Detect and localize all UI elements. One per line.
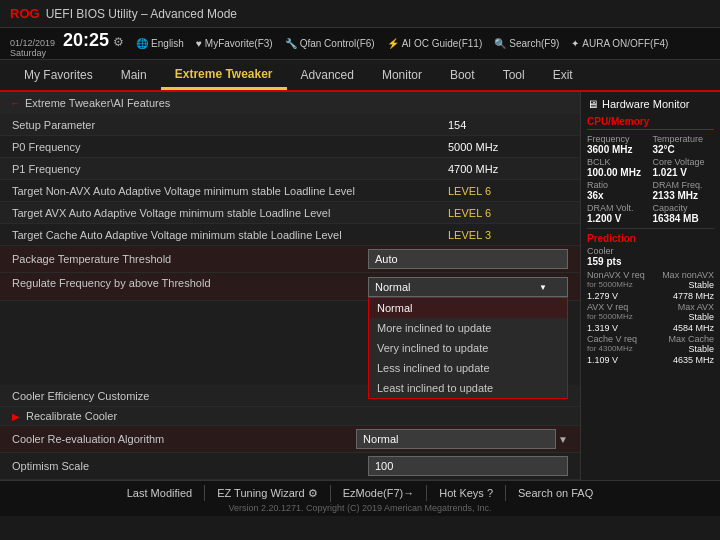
- aura-btn[interactable]: ✦ AURA ON/OFF(F4): [571, 38, 668, 49]
- gear-symbol: ⚙: [113, 35, 124, 49]
- ez-mode-btn[interactable]: EzMode(F7)→: [331, 485, 428, 501]
- main-layout: ← Extreme Tweaker\AI Features Setup Para…: [0, 92, 720, 480]
- hw-monitor-title: 🖥 Hardware Monitor: [587, 98, 714, 110]
- monitor-icon: 🖥: [587, 98, 598, 110]
- rog-logo: ROG: [10, 6, 40, 21]
- aura-icon: ✦: [571, 38, 579, 49]
- qfan-control-btn[interactable]: 🔧 Qfan Control(F6): [285, 38, 375, 49]
- cpu-memory-title: CPU/Memory: [587, 116, 714, 130]
- regulate-dropdown-btn[interactable]: Normal ▼: [368, 277, 568, 297]
- search-icon: 🔍: [494, 38, 506, 49]
- temperature-stat: Temperature 32°C: [653, 134, 715, 155]
- settings-table: Setup Parameter 154 P0 Frequency 5000 MH…: [0, 114, 580, 480]
- date-display: 01/12/2019 Saturday: [10, 38, 55, 58]
- tab-exit[interactable]: Exit: [539, 62, 587, 88]
- prediction-title: Prediction: [587, 233, 714, 244]
- table-row: Target Cache Auto Adaptive Voltage minim…: [0, 224, 580, 246]
- tab-boot[interactable]: Boot: [436, 62, 489, 88]
- my-favorite-btn[interactable]: ♥ MyFavorite(F3): [196, 38, 273, 49]
- select-arrow-icon: ▼: [558, 434, 568, 445]
- table-row: Target Non-AVX Auto Adaptive Voltage min…: [0, 180, 580, 202]
- tab-main[interactable]: Main: [107, 62, 161, 88]
- recalibrate-row[interactable]: ▶ Recalibrate Cooler: [0, 407, 580, 426]
- language-selector[interactable]: 🌐 English: [136, 38, 184, 49]
- tab-advanced[interactable]: Advanced: [287, 62, 368, 88]
- divider: [587, 228, 714, 229]
- last-modified-btn[interactable]: Last Modified: [115, 485, 205, 501]
- table-row: P0 Frequency 5000 MHz: [0, 136, 580, 158]
- cpu-stats-grid: Frequency 3600 MHz Temperature 32°C BCLK…: [587, 134, 714, 224]
- globe-icon: 🌐: [136, 38, 148, 49]
- regulate-dropdown-container: Normal ▼ Normal More inclined to update …: [368, 277, 568, 297]
- title-bar: ROG UEFI BIOS Utility – Advanced Mode: [0, 0, 720, 28]
- ez-tuning-wizard-btn[interactable]: EZ Tuning Wizard ⚙: [205, 485, 330, 502]
- tab-monitor[interactable]: Monitor: [368, 62, 436, 88]
- table-row: Setup Parameter 154: [0, 114, 580, 136]
- expand-icon: ▶: [12, 411, 20, 422]
- cooler-algorithm-input[interactable]: [356, 429, 556, 449]
- dropdown-option-normal[interactable]: Normal: [369, 298, 567, 318]
- dropdown-option-more[interactable]: More inclined to update: [369, 318, 567, 338]
- back-arrow-icon[interactable]: ←: [10, 97, 21, 109]
- cooler-algorithm-container: ▼: [356, 429, 568, 449]
- package-temp-input[interactable]: [368, 249, 568, 269]
- capacity-stat: Capacity 16384 MB: [653, 203, 715, 224]
- regulate-frequency-row: Regulate Frequency by above Threshold No…: [0, 273, 580, 301]
- cooler-algorithm-row: Cooler Re-evaluation Algorithm ▼: [0, 426, 580, 453]
- search-btn[interactable]: 🔍 Search(F9): [494, 38, 559, 49]
- table-row: P1 Frequency 4700 MHz: [0, 158, 580, 180]
- ratio-stat: Ratio 36x: [587, 180, 649, 201]
- table-row: Target AVX Auto Adaptive Voltage minimum…: [0, 202, 580, 224]
- frequency-stat: Frequency 3600 MHz: [587, 134, 649, 155]
- search-faq-btn[interactable]: Search on FAQ: [506, 485, 605, 501]
- optimism-scale-row: Optimism Scale: [0, 453, 580, 480]
- heart-icon: ♥: [196, 38, 202, 49]
- bclk-stat: BCLK 100.00 MHz: [587, 157, 649, 178]
- hardware-monitor-panel: 🖥 Hardware Monitor CPU/Memory Frequency …: [580, 92, 720, 480]
- footer: Last Modified EZ Tuning Wizard ⚙ EzMode(…: [0, 480, 720, 516]
- dropdown-option-very[interactable]: Very inclined to update: [369, 338, 567, 358]
- dropdown-arrow-icon: ▼: [539, 283, 547, 292]
- time-display: 20:25: [63, 30, 109, 51]
- lightning-icon: ⚡: [387, 38, 399, 49]
- cooler-stat: Cooler 159 pts: [587, 246, 714, 267]
- regulate-dropdown-list: Normal More inclined to update Very incl…: [368, 297, 568, 399]
- dram-volt-stat: DRAM Volt. 1.200 V: [587, 203, 649, 224]
- hot-keys-btn[interactable]: Hot Keys ?: [427, 485, 506, 501]
- optimism-scale-input[interactable]: [368, 456, 568, 476]
- dropdown-option-least[interactable]: Least inclined to update: [369, 378, 567, 398]
- tab-tool[interactable]: Tool: [489, 62, 539, 88]
- tab-extreme-tweaker[interactable]: Extreme Tweaker: [161, 61, 287, 90]
- copyright-text: Version 2.20.1271. Copyright (C) 2019 Am…: [228, 503, 491, 513]
- footer-items: Last Modified EZ Tuning Wizard ⚙ EzMode(…: [115, 485, 605, 502]
- table-row: Package Temperature Threshold: [0, 246, 580, 273]
- fan-icon: 🔧: [285, 38, 297, 49]
- dram-freq-stat: DRAM Freq. 2133 MHz: [653, 180, 715, 201]
- left-content: ← Extreme Tweaker\AI Features Setup Para…: [0, 92, 580, 480]
- core-voltage-stat: Core Voltage 1.021 V: [653, 157, 715, 178]
- ai-oc-guide-btn[interactable]: ⚡ AI OC Guide(F11): [387, 38, 483, 49]
- dropdown-option-less[interactable]: Less inclined to update: [369, 358, 567, 378]
- nav-tabs: My Favorites Main Extreme Tweaker Advanc…: [0, 60, 720, 92]
- info-bar: 01/12/2019 Saturday 20:25 ⚙ 🌐 English ♥ …: [0, 28, 720, 60]
- breadcrumb: ← Extreme Tweaker\AI Features: [0, 92, 580, 114]
- tab-my-favorites[interactable]: My Favorites: [10, 62, 107, 88]
- nonavx-req-section: NonAVX V req for 5000MHz Max nonAVX Stab…: [587, 270, 714, 365]
- title-text: UEFI BIOS Utility – Advanced Mode: [46, 7, 237, 21]
